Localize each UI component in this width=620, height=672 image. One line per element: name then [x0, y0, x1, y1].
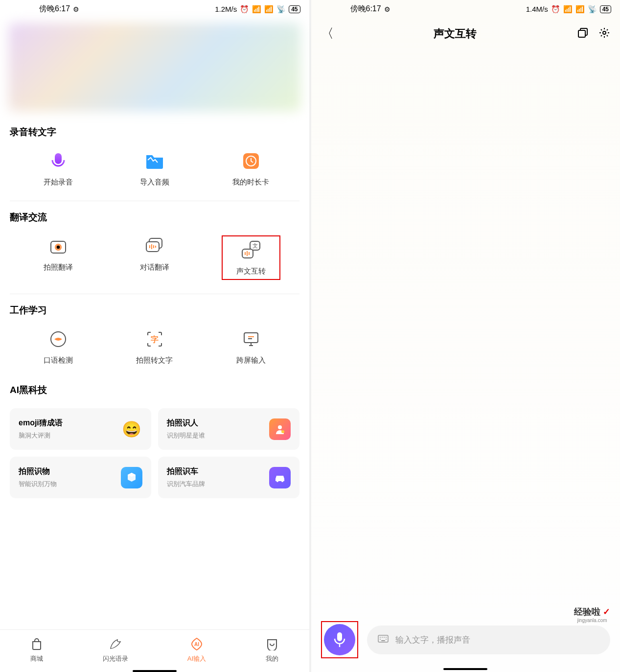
photo-object-card[interactable]: 拍照识物 智能识别万物: [10, 457, 151, 498]
svg-point-36: [382, 637, 383, 638]
card-subtitle: 识别汽车品牌: [167, 480, 205, 488]
nav-ai-input[interactable]: AI AI输入: [187, 637, 206, 663]
input-placeholder: 输入文字，播报声音: [395, 634, 470, 646]
battery-indicator: 45: [600, 5, 611, 13]
section-translation: 翻译交流 拍照翻译 对话翻译 文 声文互转: [0, 211, 309, 294]
signal-icon: 📶: [563, 5, 573, 14]
cube-icon: [121, 467, 142, 488]
duration-card-button[interactable]: 我的时长卡: [222, 150, 280, 187]
card-title: 拍照识物: [19, 466, 57, 477]
status-bar: 傍晚6:17 ⚙ 1.2M/s ⏰ 📶 📶 📡 45: [0, 0, 309, 18]
gear-icon: ⚙: [384, 5, 390, 13]
voice-text-icon: 文: [240, 239, 262, 261]
copy-icon[interactable]: [577, 27, 589, 41]
page-title: 声文互转: [334, 26, 577, 41]
scan-text-icon: 字: [144, 328, 165, 350]
home-indicator: [133, 670, 177, 672]
alarm-icon: ⏰: [551, 5, 560, 14]
start-recording-button[interactable]: 开始录音: [29, 150, 88, 187]
photo-person-card[interactable]: 拍照识人 识别明星是谁: [158, 408, 299, 450]
alarm-icon: ⏰: [240, 5, 249, 14]
check-icon: ✓: [603, 607, 610, 617]
card-subtitle: 智能识别万物: [19, 480, 57, 488]
card-subtitle: 脑洞大评测: [19, 431, 63, 440]
voice-text-convert-button[interactable]: 文 声文互转: [222, 235, 280, 280]
dialog-translate-button[interactable]: 对话翻译: [125, 235, 184, 280]
grid-label: 拍照转文字: [136, 356, 173, 365]
home-indicator: [443, 668, 487, 670]
grid-label: 对话翻译: [140, 263, 169, 272]
grid-label: 开始录音: [44, 178, 73, 187]
photo-to-text-button[interactable]: 字 拍照转文字: [125, 328, 184, 365]
smile-icon: [265, 637, 279, 651]
grid-label: 跨屏输入: [236, 356, 266, 365]
svg-text:字: 字: [151, 335, 159, 344]
svg-text:AI: AI: [194, 642, 199, 647]
nav-label: 商城: [30, 654, 43, 663]
speaking-test-button[interactable]: 口语检测: [29, 328, 88, 365]
nav-shop[interactable]: 商城: [29, 637, 44, 663]
folder-icon: [144, 150, 165, 172]
section-work-study: 工作学习 口语检测 字 拍照转文字 跨屏输入: [0, 304, 309, 379]
camera-translate-icon: [47, 235, 69, 257]
settings-icon[interactable]: [598, 27, 610, 41]
ai-icon: AI: [189, 637, 204, 651]
left-phone-screen: 傍晚6:17 ⚙ 1.2M/s ⏰ 📶 📶 📡 45 录音转文字 开始录音: [0, 0, 309, 672]
svg-point-31: [603, 31, 606, 34]
nav-mine[interactable]: 我的: [265, 637, 279, 663]
section-title: 翻译交流: [10, 211, 299, 224]
svg-point-38: [386, 637, 387, 638]
grid-label: 口语检测: [44, 356, 73, 365]
grid-label: 导入音频: [140, 178, 169, 187]
gear-icon: ⚙: [73, 5, 79, 13]
svg-point-37: [384, 637, 385, 638]
photo-car-card[interactable]: 拍照识车 识别汽车品牌: [158, 457, 299, 498]
top-bar: 〈 声文互转: [311, 18, 620, 49]
clock-icon: [240, 150, 262, 172]
svg-point-40: [386, 639, 387, 640]
keyboard-icon: [378, 635, 389, 645]
svg-rect-0: [55, 153, 62, 164]
section-ai-tech: AI黑科技: [0, 384, 309, 408]
mouth-icon: [47, 328, 69, 350]
status-bar: 傍晚6:17 ⚙ 1.4M/s ⏰ 📶 📶 📡 45: [311, 0, 620, 18]
svg-text:文: 文: [252, 243, 257, 249]
monitor-icon: [240, 328, 262, 350]
section-title: 工作学习: [10, 304, 299, 317]
svg-point-28: [281, 480, 283, 482]
photo-translate-button[interactable]: 拍照翻译: [29, 235, 88, 280]
ai-cards-grid: emoji猜成语 脑洞大评测 😄 拍照识人 识别明星是谁 拍照识物 智能识别万物: [0, 408, 309, 498]
nav-label: 闪光语录: [103, 654, 128, 663]
text-input[interactable]: 输入文字，播报声音: [367, 626, 611, 654]
import-audio-button[interactable]: 导入音频: [125, 150, 184, 187]
shop-icon: [29, 637, 44, 651]
svg-rect-20: [244, 333, 258, 343]
person-icon: [269, 418, 291, 440]
bottom-nav: 商城 闪光语录 AI AI输入 我的: [0, 629, 309, 672]
emoji-icon: 😄: [121, 418, 142, 440]
wifi-icon: 📡: [588, 5, 597, 14]
signal-icon-2: 📶: [575, 5, 585, 14]
mic-button[interactable]: [324, 624, 355, 655]
nav-label: AI输入: [187, 654, 206, 663]
right-phone-screen: 傍晚6:17 ⚙ 1.4M/s ⏰ 📶 📶 📡 45 〈 声文互转: [311, 0, 620, 672]
card-title: 拍照识车: [167, 466, 205, 477]
svg-rect-41: [381, 640, 385, 641]
svg-rect-30: [578, 30, 585, 37]
card-title: 拍照识人: [167, 418, 205, 428]
svg-point-26: [281, 430, 284, 433]
svg-rect-32: [337, 632, 342, 641]
content-area: [311, 49, 620, 613]
car-icon: [269, 467, 291, 488]
section-title: 录音转文字: [10, 126, 299, 139]
status-speed: 1.4M/s: [526, 5, 548, 13]
battery-indicator: 45: [289, 5, 300, 13]
section-title: AI黑科技: [10, 384, 299, 396]
watermark: 经验啦 ✓ jingyanla.com: [574, 606, 610, 623]
emoji-idiom-card[interactable]: emoji猜成语 脑洞大评测 😄: [10, 408, 151, 450]
status-time: 傍晚6:17: [39, 4, 70, 14]
back-button[interactable]: 〈: [321, 25, 334, 42]
cross-screen-input-button[interactable]: 跨屏输入: [222, 328, 280, 365]
mic-button-highlight: [321, 621, 358, 658]
nav-quotes[interactable]: 闪光语录: [103, 637, 128, 663]
